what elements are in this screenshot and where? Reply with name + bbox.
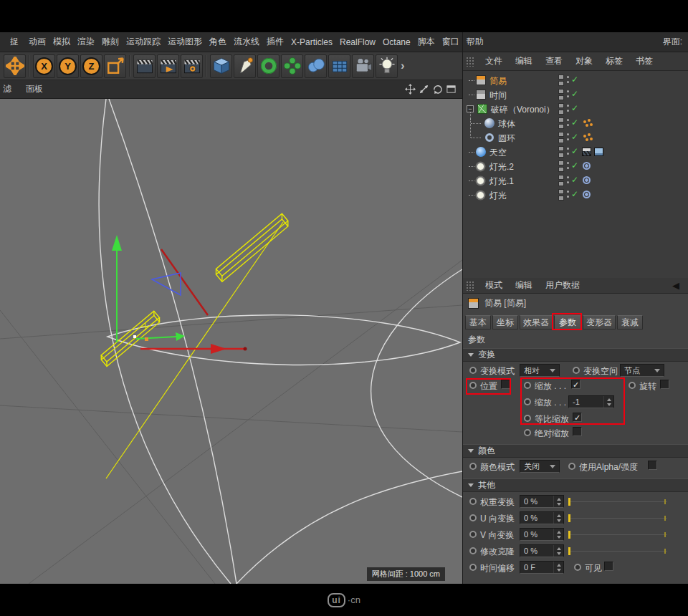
origin-handle[interactable] bbox=[133, 335, 136, 338]
slider-track[interactable] bbox=[568, 551, 667, 552]
editor-visibility-dot[interactable] bbox=[558, 175, 564, 180]
tab-basic[interactable]: 基本 bbox=[465, 315, 491, 329]
render-visibility-dot[interactable] bbox=[558, 167, 564, 172]
menu-item-animate[interactable]: 动画 bbox=[29, 36, 46, 48]
anim-dot-icon[interactable] bbox=[574, 564, 581, 571]
layer-dot[interactable] bbox=[567, 90, 569, 92]
blue-plane-handle[interactable] bbox=[152, 273, 181, 295]
om-menu-edit[interactable]: 编辑 bbox=[509, 55, 539, 67]
editor-visibility-dot[interactable] bbox=[558, 146, 564, 151]
group-header-color[interactable]: 颜色 bbox=[463, 444, 688, 458]
interface-label[interactable]: 界面: bbox=[663, 36, 682, 48]
stepper-arrows-icon[interactable] bbox=[553, 545, 563, 557]
instance-array-button[interactable] bbox=[328, 54, 350, 78]
enabled-check-icon[interactable]: ✓ bbox=[571, 189, 578, 199]
axis-gizmo[interactable] bbox=[112, 235, 247, 354]
object-row-plain-effector[interactable]: 简易 ✓ bbox=[463, 73, 688, 87]
collapse-panel-icon[interactable]: ◀ bbox=[672, 280, 688, 291]
slider-track[interactable] bbox=[568, 518, 667, 519]
menu-item-xparticles[interactable]: X-Particles bbox=[291, 37, 333, 47]
object-row-light[interactable]: 灯光 ✓ bbox=[463, 188, 688, 202]
material-tag-icon[interactable] bbox=[594, 148, 603, 156]
menu-item-pipeline[interactable]: 流水线 bbox=[234, 36, 259, 48]
weight-transform-spinner[interactable]: 0 % bbox=[520, 495, 564, 508]
pen-spline-button[interactable] bbox=[234, 54, 256, 78]
editor-visibility-dot[interactable] bbox=[558, 89, 564, 94]
object-row-time-effector[interactable]: 时间 ✓ bbox=[463, 87, 688, 102]
am-menu-mode[interactable]: 模式 bbox=[479, 279, 509, 292]
anim-dot-icon[interactable] bbox=[469, 463, 477, 470]
object-row-ring[interactable]: 圆环 ✓ bbox=[463, 130, 688, 145]
toolbar-overflow-arrow[interactable]: › bbox=[399, 59, 406, 73]
viewport[interactable]: 网格间距 : 1000 cm bbox=[0, 99, 462, 584]
stepper-arrows-icon[interactable] bbox=[553, 562, 563, 573]
anim-dot-icon[interactable] bbox=[524, 415, 531, 422]
render-visibility-dot[interactable] bbox=[558, 196, 564, 201]
editor-visibility-dot[interactable] bbox=[558, 132, 564, 137]
light-button[interactable] bbox=[376, 54, 398, 78]
menu-item-plugins[interactable]: 插件 bbox=[267, 36, 284, 48]
render-visibility-dot[interactable] bbox=[558, 138, 564, 143]
object-name[interactable]: 破碎（Voronoi） bbox=[491, 104, 555, 116]
object-name[interactable]: 灯光.2 bbox=[489, 161, 514, 173]
yellow-box-upper[interactable] bbox=[214, 213, 291, 281]
transform-space-dropdown[interactable]: 节点 bbox=[620, 364, 664, 377]
editor-visibility-dot[interactable] bbox=[558, 117, 564, 122]
layer-dot[interactable] bbox=[567, 110, 569, 112]
anim-dot-icon[interactable] bbox=[524, 429, 531, 436]
menu-item-render[interactable]: 渲染 bbox=[77, 36, 95, 48]
group-header-other[interactable]: 其他 bbox=[463, 478, 688, 492]
om-menu-view[interactable]: 查看 bbox=[539, 55, 569, 67]
viewport-maximize-icon[interactable] bbox=[446, 84, 457, 95]
render-visibility-dot[interactable] bbox=[558, 81, 564, 86]
viewport-menu-clipped[interactable]: 滤 bbox=[3, 83, 13, 95]
anim-dot-icon[interactable] bbox=[629, 382, 636, 389]
transform-mode-dropdown[interactable]: 相对 bbox=[520, 364, 560, 377]
layer-dot[interactable] bbox=[567, 119, 569, 121]
point-cache-tag-icon[interactable] bbox=[583, 120, 586, 123]
menu-item-help[interactable]: 帮助 bbox=[467, 36, 484, 48]
lock-z-button[interactable]: Z bbox=[80, 54, 102, 78]
viewport-canvas[interactable] bbox=[0, 99, 462, 584]
enabled-check-icon[interactable]: ✓ bbox=[571, 103, 578, 113]
layer-dot[interactable] bbox=[567, 191, 569, 193]
anim-dot-icon[interactable] bbox=[469, 531, 477, 538]
layer-dot[interactable] bbox=[567, 176, 569, 178]
om-menu-tags[interactable]: 标签 bbox=[599, 55, 629, 67]
render-visibility-dot[interactable] bbox=[558, 181, 564, 186]
tab-deformer[interactable]: 变形器 bbox=[583, 315, 616, 329]
menu-item-motion-tracker[interactable]: 运动跟踪 bbox=[126, 36, 161, 48]
anim-dot-icon[interactable] bbox=[524, 382, 531, 389]
layer-dot[interactable] bbox=[567, 133, 569, 135]
target-tag-icon[interactable] bbox=[583, 191, 591, 198]
object-row-light-2[interactable]: 灯光.2 ✓ bbox=[463, 159, 688, 173]
om-menu-file[interactable]: 文件 bbox=[479, 55, 509, 67]
enabled-check-icon[interactable]: ✓ bbox=[571, 160, 578, 170]
render-picture-viewer-button[interactable] bbox=[157, 54, 179, 78]
viewport-pan-icon[interactable] bbox=[405, 84, 416, 95]
stepper-arrows-icon[interactable] bbox=[603, 396, 613, 408]
object-name[interactable]: 圆环 bbox=[498, 133, 515, 145]
stepper-arrows-icon[interactable] bbox=[553, 512, 563, 524]
enabled-check-icon[interactable]: ✓ bbox=[571, 117, 578, 127]
anim-dot-icon[interactable] bbox=[524, 398, 531, 405]
object-name[interactable]: 简易 bbox=[489, 75, 507, 87]
layer-dot[interactable] bbox=[567, 162, 569, 164]
enabled-check-icon[interactable]: ✓ bbox=[571, 74, 578, 85]
object-row-sky[interactable]: 天空 ✓ bbox=[463, 145, 688, 159]
object-name[interactable]: 天空 bbox=[489, 147, 507, 159]
anim-dot-icon[interactable] bbox=[469, 547, 477, 554]
object-name[interactable]: 球体 bbox=[498, 118, 515, 130]
slider-handle[interactable] bbox=[568, 547, 570, 555]
color-mode-dropdown[interactable]: 关闭 bbox=[520, 460, 560, 473]
slider-handle[interactable] bbox=[568, 531, 570, 539]
point-cache-tag-icon[interactable] bbox=[583, 135, 586, 138]
layer-dot[interactable] bbox=[567, 76, 569, 78]
layer-dot[interactable] bbox=[567, 167, 569, 169]
object-row-sphere[interactable]: 球体 ✓ bbox=[463, 116, 688, 130]
enabled-check-icon[interactable]: ✓ bbox=[571, 175, 578, 185]
viewport-menu-panel[interactable]: 面板 bbox=[26, 83, 43, 95]
u-transform-spinner[interactable]: 0 % bbox=[520, 511, 564, 524]
menu-item-character[interactable]: 角色 bbox=[209, 36, 226, 48]
menu-item-octane[interactable]: Octane bbox=[383, 37, 411, 47]
